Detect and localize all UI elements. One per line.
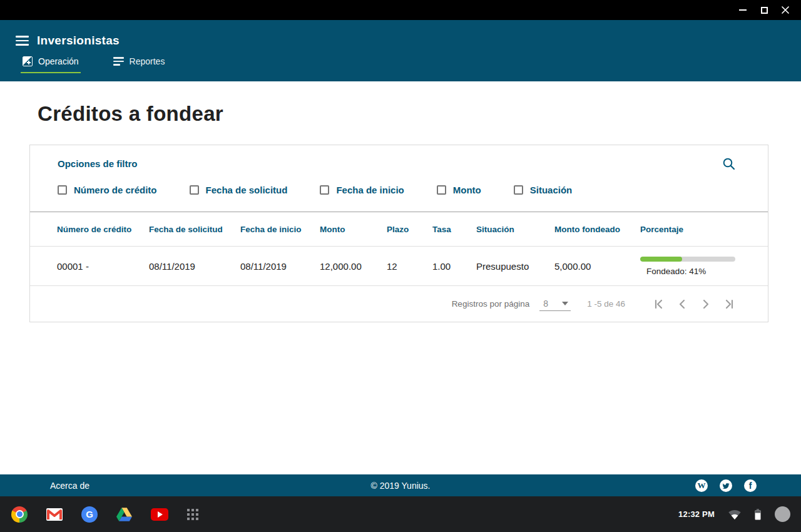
maximize-icon <box>761 7 768 14</box>
chrome-icon <box>11 506 28 523</box>
filter-option-situacion[interactable]: Situación <box>514 185 573 195</box>
column-header: Tasa <box>432 225 476 234</box>
page-title: Créditos a fondear <box>38 102 801 126</box>
app-header: Inversionistas Operación Reportes <box>0 20 801 81</box>
column-header: Plazo <box>387 225 432 234</box>
cell-tasa: 1.00 <box>432 261 476 272</box>
google-app-button[interactable]: G <box>81 506 98 523</box>
maximize-button[interactable] <box>753 2 775 18</box>
exposure-icon <box>23 56 33 66</box>
tab-operacion[interactable]: Operación <box>21 54 81 73</box>
column-header: Monto <box>320 225 387 234</box>
battery-icon <box>755 509 761 520</box>
next-page-button[interactable] <box>700 299 712 310</box>
close-button[interactable] <box>775 2 796 18</box>
clock: 12:32 PM <box>678 509 715 519</box>
first-page-button[interactable] <box>653 299 664 310</box>
filter-option-label: Fecha de solicitud <box>206 185 288 195</box>
first-page-icon <box>653 299 664 310</box>
records-per-page-select[interactable]: 8 <box>539 297 571 311</box>
search-button[interactable] <box>721 156 737 172</box>
table-row[interactable]: 00001 - 08/11/2019 08/11/2019 12,000.00 … <box>30 246 768 285</box>
facebook-button[interactable]: f <box>744 479 757 492</box>
app-launcher-button[interactable] <box>187 509 198 520</box>
filter-option-label: Monto <box>453 185 481 195</box>
wordpress-button[interactable]: W <box>695 479 708 492</box>
minimize-button[interactable] <box>732 2 753 18</box>
last-page-icon <box>724 299 735 310</box>
copyright-text: © 2019 Yunius. <box>371 481 431 491</box>
avatar[interactable] <box>775 506 790 522</box>
last-page-button[interactable] <box>724 299 735 310</box>
twitter-button[interactable] <box>720 479 732 492</box>
gmail-icon <box>46 508 63 521</box>
taskbar: G 12:32 PM <box>0 496 801 532</box>
funding-progress-label: Fondeado: 41% <box>646 267 735 276</box>
filter-option-fecha-de-inicio[interactable]: Fecha de inicio <box>320 185 404 195</box>
records-per-page-label: Registros por página <box>452 299 530 309</box>
app-title: Inversionistas <box>37 34 120 48</box>
cell-monto: 12,000.00 <box>320 261 387 272</box>
cell-porcentaje: Fondeado: 41% <box>640 257 735 276</box>
column-header: Número de crédito <box>57 225 149 234</box>
checkbox-monto[interactable] <box>437 185 446 195</box>
tab-operacion-label: Operación <box>38 56 79 66</box>
cell-fecha-inicio: 08/11/2019 <box>240 261 320 272</box>
pagination-nav <box>653 299 735 310</box>
close-icon <box>781 6 790 14</box>
hamburger-menu-button[interactable] <box>16 36 29 46</box>
next-page-icon <box>700 299 712 310</box>
column-header: Fecha de inicio <box>240 225 320 234</box>
filter-options-row: Número de crédito Fecha de solicitud Fec… <box>58 185 740 195</box>
checkbox-fecha-de-inicio[interactable] <box>320 185 329 195</box>
filter-option-label: Número de crédito <box>74 185 157 195</box>
chrome-app-button[interactable] <box>11 506 28 523</box>
system-tray[interactable]: 12:32 PM <box>678 506 790 522</box>
tab-reportes[interactable]: Reportes <box>111 54 167 73</box>
filter-option-label: Situación <box>530 185 573 195</box>
drive-icon <box>116 508 132 521</box>
footer: Acerca de © 2019 Yunius. W f <box>0 474 801 496</box>
filter-option-monto[interactable]: Monto <box>437 185 481 195</box>
filter-option-numero-de-credito[interactable]: Número de crédito <box>58 185 157 195</box>
column-header: Fecha de solicitud <box>149 225 240 234</box>
youtube-icon <box>151 508 168 521</box>
notes-icon <box>113 57 124 65</box>
tab-bar: Operación Reportes <box>0 54 801 73</box>
tab-reportes-label: Reportes <box>130 56 165 66</box>
search-icon <box>722 157 736 171</box>
previous-page-button[interactable] <box>676 299 688 310</box>
funding-progress-bar <box>640 257 735 262</box>
drive-app-button[interactable] <box>116 508 132 521</box>
about-link[interactable]: Acerca de <box>50 481 89 491</box>
cell-monto-fondeado: 5,000.00 <box>554 261 640 272</box>
window-titlebar <box>0 0 801 20</box>
gmail-app-button[interactable] <box>46 508 63 521</box>
social-links: W f <box>695 479 757 492</box>
twitter-icon <box>722 482 730 489</box>
funding-progress-fill <box>640 257 682 262</box>
credits-card: Opciones de filtro Número de crédito Fec… <box>29 145 768 322</box>
column-header: Porcentaje <box>640 225 735 234</box>
cell-plazo: 12 <box>387 261 432 272</box>
youtube-app-button[interactable] <box>151 508 168 521</box>
pagination-range-label: 1 -5 de 46 <box>587 299 625 309</box>
column-header: Situación <box>476 225 554 234</box>
cell-numero-credito: 00001 - <box>57 261 149 272</box>
cell-fecha-solicitud: 08/11/2019 <box>149 261 240 272</box>
apps-grid-icon <box>187 509 198 520</box>
filter-option-fecha-de-solicitud[interactable]: Fecha de solicitud <box>190 185 288 195</box>
checkbox-fecha-de-solicitud[interactable] <box>190 185 199 195</box>
filter-section: Opciones de filtro Número de crédito Fec… <box>30 145 768 212</box>
filter-title: Opciones de filtro <box>58 158 740 169</box>
chevron-down-icon <box>562 302 568 305</box>
wifi-icon <box>728 509 741 519</box>
column-header: Monto fondeado <box>554 225 640 234</box>
records-per-page-value: 8 <box>543 299 548 309</box>
wordpress-icon: W <box>698 481 706 489</box>
cell-situacion: Presupuesto <box>476 261 554 272</box>
checkbox-numero-de-credito[interactable] <box>58 185 67 195</box>
filter-option-label: Fecha de inicio <box>336 185 404 195</box>
checkbox-situacion[interactable] <box>514 185 523 195</box>
previous-page-icon <box>676 299 688 310</box>
